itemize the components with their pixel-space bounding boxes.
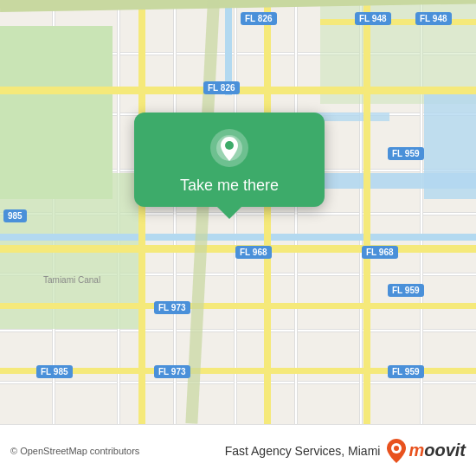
road-fl948-h [320,19,476,25]
tamiami-label: Tamiami Canal [43,275,100,285]
bottom-bar: © OpenStreetMap contributors Fast Agency… [0,424,476,476]
location-pin-icon [209,128,249,168]
label-fl826-mid: FL 826 [203,81,240,94]
label-fl968-2: FL 968 [362,246,398,259]
label-fl826-top: FL 826 [241,12,277,25]
agency-info: Fast Agency Services, Miami moovit [225,439,466,463]
label-fl973-2: FL 973 [154,365,190,378]
label-fl973-1: FL 973 [154,301,190,314]
canal-1 [0,234,476,241]
moovit-text: moovit [408,441,466,460]
svg-point-4 [394,446,399,451]
label-985-left: 985 [3,209,27,222]
take-me-there-button[interactable]: Take me there [180,177,279,195]
label-fl985-bot: FL 985 [36,365,73,378]
road-minor-v5 [294,0,298,424]
label-fl959-1: FL 959 [388,147,424,160]
moovit-logo: moovit [387,439,466,463]
canal-5 [424,87,476,199]
road-major-v3 [363,0,370,424]
road-fl973-h1 [0,303,476,309]
map-attribution: © OpenStreetMap contributors [10,446,225,456]
map-view[interactable]: FL 826 FL 948 FL 948 FL 826 FL 959 985 F… [0,0,476,424]
svg-point-2 [225,141,234,150]
label-fl968-1: FL 968 [235,246,272,259]
label-fl948-1: FL 948 [355,12,391,25]
road-minor-v3 [173,0,177,424]
agency-name: Fast Agency Services, Miami [225,444,381,458]
label-fl948-2: FL 948 [415,12,452,25]
road-major-v2 [264,0,271,424]
road-major-v1 [138,0,145,424]
label-fl959-3: FL 959 [388,365,424,378]
moovit-pin-icon [387,439,406,463]
road-minor-h7 [0,381,476,384]
road-minor-h6 [0,329,476,332]
navigation-popup[interactable]: Take me there [134,113,325,207]
label-fl959-2: FL 959 [388,284,424,297]
